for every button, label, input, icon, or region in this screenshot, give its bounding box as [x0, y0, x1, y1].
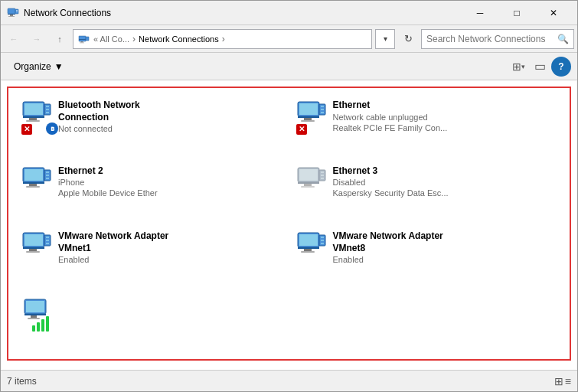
view-dropdown-icon: ▾: [521, 63, 525, 70]
connection-detail: Apple Mobile Device Ether: [58, 188, 282, 198]
back-button[interactable]: ←: [4, 29, 24, 49]
svg-rect-18: [46, 106, 49, 107]
svg-rect-54: [46, 237, 49, 238]
list-item[interactable]: VMware Network AdapterVMnet8 Enabled: [289, 225, 564, 288]
svg-rect-42: [304, 184, 312, 186]
svg-rect-8: [79, 39, 86, 40]
svg-rect-63: [321, 237, 324, 238]
svg-rect-50: [23, 247, 44, 249]
content-area: ✕ ʙ Bluetooth NetworkConnection Not conn…: [1, 80, 577, 370]
svg-rect-3: [8, 16, 15, 17]
view-controls: ⊞ ▾ ▭ ?: [508, 57, 571, 77]
connection-status: Network cable unplugged: [333, 112, 557, 122]
connection-name: Ethernet 3: [333, 165, 557, 178]
list-view-icon[interactable]: ≡: [565, 375, 571, 387]
connection-icon-ethernet3: [296, 165, 333, 202]
svg-rect-24: [304, 118, 312, 120]
svg-rect-32: [23, 182, 44, 184]
list-item[interactable]: ✕ Ethernet Network cable unplugged Realt…: [289, 94, 564, 157]
svg-rect-71: [32, 325, 35, 332]
title-bar: Network Connections ─ □ ✕: [1, 1, 577, 25]
forward-button[interactable]: →: [27, 29, 47, 49]
status-items-count: 7 items: [7, 376, 37, 387]
status-view-icons: ⊞ ≡: [554, 375, 571, 387]
connection-status: Not connected: [58, 123, 282, 134]
help-button[interactable]: ?: [551, 57, 571, 77]
toolbar: Organize ▼ ⊞ ▾ ▭ ?: [1, 53, 577, 80]
svg-rect-22: [299, 103, 318, 115]
svg-rect-27: [321, 106, 324, 107]
connection-name: Ethernet: [333, 100, 557, 112]
list-item[interactable]: ✕ ʙ Bluetooth NetworkConnection Not conn…: [15, 94, 289, 157]
address-bar: ← → ↑ « All Co... › Network Connections …: [1, 25, 577, 53]
change-view-icon: ⊞: [512, 60, 521, 73]
svg-rect-13: [24, 103, 43, 115]
organize-button[interactable]: Organize ▼: [7, 57, 70, 77]
svg-rect-38: [46, 178, 49, 179]
svg-rect-46: [321, 175, 324, 176]
svg-rect-15: [29, 118, 37, 120]
connection-icon-vmnet8: [296, 230, 333, 267]
svg-rect-25: [301, 120, 315, 122]
svg-rect-43: [301, 186, 315, 188]
maximize-button[interactable]: □: [499, 2, 534, 24]
status-bar: 7 items ⊞ ≡: [1, 370, 577, 391]
svg-rect-59: [298, 247, 319, 249]
dropdown-btn[interactable]: ▾: [375, 29, 395, 49]
svg-rect-19: [46, 109, 49, 110]
minimize-button[interactable]: ─: [462, 2, 498, 24]
address-path[interactable]: « All Co... › Network Connections ›: [73, 29, 372, 49]
connection-name: VMware Network AdapterVMnet1: [58, 230, 282, 254]
svg-rect-41: [298, 182, 319, 184]
svg-rect-73: [41, 319, 44, 332]
connection-detail: Kaspersky Security Data Esc...: [333, 188, 557, 198]
svg-rect-61: [301, 251, 315, 253]
search-input[interactable]: [426, 34, 557, 44]
close-button[interactable]: ✕: [536, 2, 571, 24]
search-icon: 🔍: [557, 34, 569, 44]
connection-icon-wifi: [21, 296, 58, 333]
svg-rect-56: [46, 243, 49, 244]
connection-status: iPhone: [58, 177, 282, 188]
connection-detail: Realtek PCIe FE Family Con...: [333, 122, 557, 133]
svg-rect-34: [26, 186, 40, 188]
search-box[interactable]: 🔍: [421, 29, 574, 49]
svg-rect-70: [28, 318, 40, 319]
svg-rect-5: [16, 10, 18, 11]
grid-view-icon[interactable]: ⊞: [554, 375, 563, 387]
dropdown-arrow-icon: ▾: [384, 34, 387, 43]
svg-rect-29: [321, 112, 324, 113]
list-item[interactable]: VMware Network AdapterVMnet1 Enabled: [15, 225, 289, 288]
error-x-icon: ✕: [296, 124, 307, 135]
organize-arrow-icon: ▼: [54, 61, 64, 72]
svg-rect-0: [8, 8, 15, 14]
path-part1: « All Co...: [93, 34, 129, 44]
path-part2: Network Connections: [139, 34, 219, 44]
svg-rect-31: [24, 169, 43, 181]
window-icon: [7, 7, 19, 19]
connection-status: Disabled: [333, 177, 557, 188]
svg-rect-28: [321, 109, 324, 110]
refresh-button[interactable]: ↻: [398, 29, 418, 49]
connection-name: VMware Network AdapterVMnet8: [333, 230, 557, 254]
svg-rect-64: [321, 240, 324, 241]
connection-status: Enabled: [58, 254, 282, 265]
svg-rect-14: [23, 116, 44, 118]
list-item[interactable]: Ethernet 2 iPhone Apple Mobile Device Et…: [15, 160, 289, 223]
up-button[interactable]: ↑: [50, 29, 70, 49]
svg-rect-36: [46, 172, 49, 173]
svg-rect-9: [81, 41, 83, 43]
svg-rect-2: [10, 15, 13, 16]
list-item[interactable]: Ethernet 3 Disabled Kaspersky Security D…: [289, 160, 564, 223]
svg-rect-58: [299, 234, 318, 246]
layout-button[interactable]: ▭: [530, 57, 550, 77]
svg-rect-7: [79, 36, 86, 41]
connection-status: Enabled: [333, 254, 557, 265]
svg-rect-11: [86, 37, 89, 41]
svg-rect-69: [31, 315, 37, 318]
change-view-button[interactable]: ⊞ ▾: [508, 57, 528, 77]
connection-icon-ethernet2: [21, 165, 58, 202]
connection-icon-vmnet1: [21, 230, 58, 267]
list-item[interactable]: [15, 291, 289, 354]
svg-rect-72: [37, 322, 40, 332]
